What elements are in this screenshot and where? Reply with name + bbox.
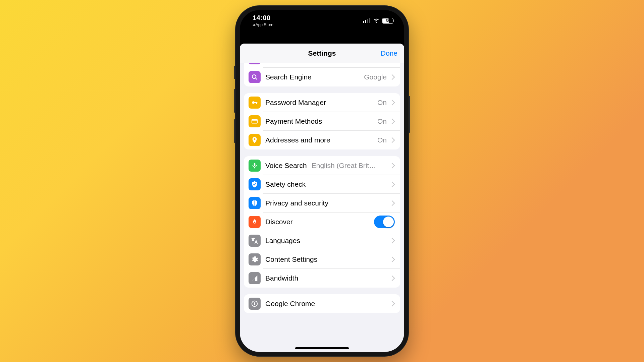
row-voice-search[interactable]: Voice Search English (Great Brit… [244, 156, 400, 175]
globe-icon [249, 63, 261, 64]
dynamic-island [297, 16, 347, 30]
status-back-to-app[interactable]: ◂ App Store [253, 22, 273, 27]
chevron-right-icon [389, 137, 395, 143]
cellular-signal-icon [363, 18, 370, 23]
screen: 14:00 ◂ App Store 58 [240, 10, 404, 352]
group-about: Google Chrome [244, 294, 400, 313]
svg-line-2 [256, 78, 257, 80]
chevron-right-icon [389, 74, 395, 80]
shield-icon [249, 197, 261, 209]
translate-icon [249, 235, 261, 247]
row-label: Voice Search [265, 162, 309, 170]
row-bandwidth[interactable]: Bandwidth [244, 269, 400, 288]
row-label: Content Settings [265, 255, 387, 263]
row-label: Google Chrome [265, 300, 387, 308]
chevron-right-icon [389, 301, 395, 307]
chevron-right-icon [389, 238, 395, 244]
row-label: Payment Methods [265, 117, 377, 125]
svg-rect-5 [256, 102, 257, 104]
shield-check-icon [249, 178, 261, 190]
row-value: On [377, 99, 387, 107]
status-time: 14:00 [253, 14, 273, 22]
row-label: Discover [265, 218, 374, 226]
row-value: Google [364, 73, 387, 81]
row-safety-check[interactable]: Safety check [244, 175, 400, 194]
chevron-right-icon [389, 163, 395, 169]
search-icon [249, 71, 261, 83]
row-label: Languages [265, 237, 387, 245]
data-usage-icon [249, 272, 261, 284]
chevron-right-icon [389, 100, 395, 106]
wallpaper: 14:00 ◂ App Store 58 [0, 0, 644, 362]
settings-sheet: Settings Done Default Browser [240, 44, 404, 352]
row-label: Privacy and security [265, 199, 387, 207]
chevron-right-icon [389, 257, 395, 262]
chevron-right-icon [389, 182, 395, 187]
volume-down-button [234, 119, 235, 143]
navbar: Settings Done [240, 44, 404, 63]
phone-frame: 14:00 ◂ App Store 58 [235, 5, 409, 357]
wifi-icon [373, 17, 380, 24]
info-icon [249, 298, 261, 310]
home-indicator[interactable] [295, 347, 349, 349]
svg-rect-6 [252, 120, 258, 123]
row-value: On [377, 117, 387, 125]
chevron-right-icon [389, 276, 395, 281]
gear-icon [249, 253, 261, 265]
row-label: Search Engine [265, 73, 364, 81]
page-title: Settings [308, 49, 336, 57]
svg-rect-8 [254, 163, 256, 166]
chevron-right-icon [389, 200, 395, 206]
group-autofill: Password Manager On Payment Methods On [244, 93, 400, 149]
row-addresses[interactable]: Addresses and more On [244, 131, 400, 149]
svg-point-1 [252, 75, 256, 78]
row-label: Safety check [265, 180, 387, 188]
group-browser: Default Browser Search Engine Google [244, 63, 400, 86]
settings-scroll[interactable]: Default Browser Search Engine Google [240, 63, 404, 352]
flame-icon [249, 216, 261, 228]
row-password-manager[interactable]: Password Manager On [244, 93, 400, 112]
credit-card-icon [249, 115, 261, 127]
location-pin-icon [249, 134, 261, 146]
row-label: Password Manager [265, 99, 377, 107]
battery-indicator: 58 [382, 18, 394, 24]
discover-toggle[interactable] [374, 216, 395, 228]
row-label: Bandwidth [265, 274, 387, 282]
row-value: English (Great Brit… [312, 162, 387, 170]
row-value: On [377, 136, 387, 144]
svg-point-12 [254, 302, 255, 303]
row-google-chrome[interactable]: Google Chrome [244, 294, 400, 313]
row-label: Addresses and more [265, 136, 377, 144]
row-languages[interactable]: Languages [244, 231, 400, 250]
volume-up-button [234, 89, 235, 113]
row-search-engine[interactable]: Search Engine Google [244, 68, 400, 86]
group-advanced: Voice Search English (Great Brit… Safety… [244, 156, 400, 288]
row-default-browser[interactable]: Default Browser [244, 63, 400, 68]
key-icon [249, 97, 261, 109]
microphone-icon [249, 160, 261, 172]
mute-switch [234, 66, 235, 79]
svg-point-3 [252, 101, 255, 104]
row-privacy-security[interactable]: Privacy and security [244, 194, 400, 213]
power-button [409, 96, 410, 133]
row-content-settings[interactable]: Content Settings [244, 250, 400, 269]
done-button[interactable]: Done [381, 49, 397, 57]
row-payment-methods[interactable]: Payment Methods On [244, 112, 400, 131]
row-discover: Discover [244, 213, 400, 231]
chevron-right-icon [389, 119, 395, 124]
